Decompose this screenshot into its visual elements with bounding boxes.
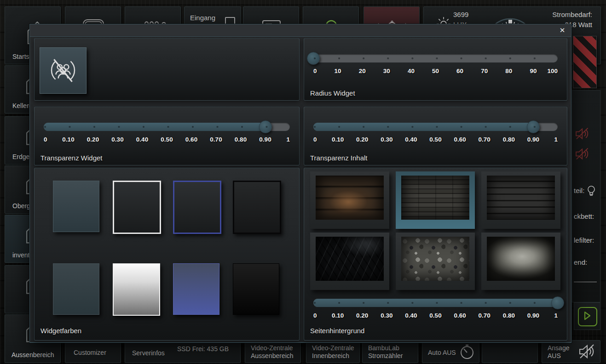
tile-label: Video-ZentraleInnenbereich xyxy=(312,344,354,360)
seitenhintergrund-tick-labels: 00.100.200.300.400.500.600.700.800.901 xyxy=(313,312,558,320)
widget-preview-panel xyxy=(34,38,300,101)
right-label-2: ckbett: xyxy=(574,212,594,220)
ssd-free-value: SSD Frei: 435 GB xyxy=(177,345,229,353)
speaker-mute-red-icon xyxy=(575,127,591,141)
texture-thumbnail xyxy=(316,176,384,220)
people-group-slash-icon xyxy=(48,55,78,85)
bottom-tile-serverinfos[interactable]: Serverinfos SSD Frei: 435 GB xyxy=(125,340,241,363)
play-tile xyxy=(574,302,600,330)
transparenz-widget-tick-labels: 00.100.200.300.400.500.600.700.800.901 xyxy=(44,136,290,144)
play-icon xyxy=(579,308,594,324)
tile-label: Customizer xyxy=(74,349,106,356)
speaker-mute-icon xyxy=(578,343,596,360)
tile-label: BambuLabStromzähler xyxy=(368,344,403,360)
transparenz-widget-panel: 00.100.200.300.400.500.600.700.800.901 T… xyxy=(34,107,300,165)
widgetfarben-panel: Widgetfarben xyxy=(34,168,300,341)
widgetfarben-label: Widgetfarben xyxy=(40,327,81,335)
swatch-teal-gradient[interactable] xyxy=(53,181,99,232)
right-panel-divider xyxy=(574,282,597,282)
bottom-tile-bambulab[interactable]: BambuLabStromzähler xyxy=(362,340,418,363)
swatch-dark-white-border[interactable] xyxy=(113,181,161,234)
texture-thumbnail xyxy=(401,237,469,281)
transparenz-inhalt-panel: 00.100.200.300.400.500.600.700.800.901 T… xyxy=(304,107,567,165)
transparenz-inhalt-handle[interactable] xyxy=(527,120,540,133)
swatch-teal-solid[interactable] xyxy=(53,263,99,315)
texture-dark-wood-planks[interactable] xyxy=(481,171,560,229)
transparenz-widget-slider[interactable] xyxy=(44,123,290,131)
widget-preview-button[interactable] xyxy=(40,47,87,94)
right-label-4: end: xyxy=(574,258,587,266)
radius-slider[interactable] xyxy=(313,54,558,63)
swatch-black[interactable] xyxy=(233,263,279,315)
bottom-tile-video-innenbereich[interactable]: Video-ZentraleInnenbereich xyxy=(306,340,360,363)
swatch-indigo-gradient[interactable] xyxy=(173,263,219,315)
texture-grunge-concrete[interactable] xyxy=(481,233,560,290)
texture-gray-wood-planks-selected[interactable] xyxy=(396,171,475,229)
radius-slider-handle[interactable] xyxy=(307,52,320,65)
lux-value: 3699 xyxy=(453,11,468,18)
swatch-white-gray-gradient[interactable] xyxy=(113,263,160,316)
tile-label: Aussenbereich xyxy=(12,351,54,358)
radius-tick-labels: 0102030405060708090100 xyxy=(313,68,558,76)
tile-label: Video-ZentraleAussenbereich xyxy=(251,344,294,360)
bulb-icon xyxy=(586,185,596,198)
seitenhintergrund-handle[interactable] xyxy=(551,296,564,309)
tile-label: Serverinfos xyxy=(132,349,165,357)
texture-thumbnail xyxy=(487,237,555,281)
bottom-tile-customizer[interactable]: Customizer xyxy=(65,340,121,363)
play-button[interactable] xyxy=(578,307,597,326)
right-label-1: teil: xyxy=(574,187,584,194)
texture-thumbnail xyxy=(487,176,555,220)
swatch-dark-blue-border[interactable] xyxy=(173,181,221,234)
tile-label: AnsageAUS xyxy=(548,344,569,360)
tile-label: Auto AUS xyxy=(428,349,456,356)
transparenz-widget-label: Transparenz Widget xyxy=(40,154,103,162)
transparenz-inhalt-label: Transparenz Inhalt xyxy=(310,154,368,162)
texture-thumbnail xyxy=(316,237,384,281)
timer-icon xyxy=(459,343,475,360)
radius-label: Radius Widget xyxy=(310,89,355,97)
customizer-modal: ✕ 0102030405060708090100 Radius Widget xyxy=(29,24,571,343)
transparenz-inhalt-tick-labels: 00.100.200.300.400.500.600.700.800.901 xyxy=(313,136,558,144)
transparenz-widget-handle[interactable] xyxy=(259,120,272,133)
modal-header: ✕ xyxy=(30,24,571,37)
transparenz-inhalt-track[interactable] xyxy=(313,123,558,131)
speaker-mute-red-icon xyxy=(575,147,591,161)
texture-gray-gravel[interactable] xyxy=(396,233,475,290)
seitenhintergrund-slider[interactable] xyxy=(313,299,558,307)
seitenhintergrund-track[interactable] xyxy=(313,299,558,307)
seitenhintergrund-panel: 00.100.200.300.400.500.600.700.800.901 S… xyxy=(304,168,567,341)
close-button[interactable]: ✕ xyxy=(557,26,567,35)
bottom-tile-video-aussenbereich[interactable]: Video-ZentraleAussenbereich xyxy=(245,340,301,363)
hazard-stripe-tile xyxy=(573,36,597,88)
bottom-tile-auto-aus[interactable]: Auto AUS xyxy=(422,340,479,363)
strom-label: Strombedarf: xyxy=(552,11,592,18)
transparenz-widget-track[interactable] xyxy=(44,123,290,131)
seitenhintergrund-label: Seitenhintergrund xyxy=(310,327,364,335)
bottom-tile-ansage-aus[interactable]: AnsageAUS xyxy=(542,340,600,363)
right-label-3: lefilter: xyxy=(574,236,594,244)
radius-widget-panel: 0102030405060708090100 Radius Widget xyxy=(304,38,567,101)
texture-dark-wood-warm-glow[interactable] xyxy=(310,171,389,229)
radius-slider-track[interactable] xyxy=(313,54,558,63)
swatch-dark-black-border[interactable] xyxy=(233,181,281,234)
texture-thumbnail xyxy=(401,176,469,220)
dashboard-page: Startsei Einganggeschlossen xyxy=(0,0,606,364)
transparenz-inhalt-slider[interactable] xyxy=(313,123,558,131)
bottom-tile-empty[interactable] xyxy=(482,340,538,363)
texture-black-hexagon-tiles[interactable] xyxy=(310,233,389,290)
